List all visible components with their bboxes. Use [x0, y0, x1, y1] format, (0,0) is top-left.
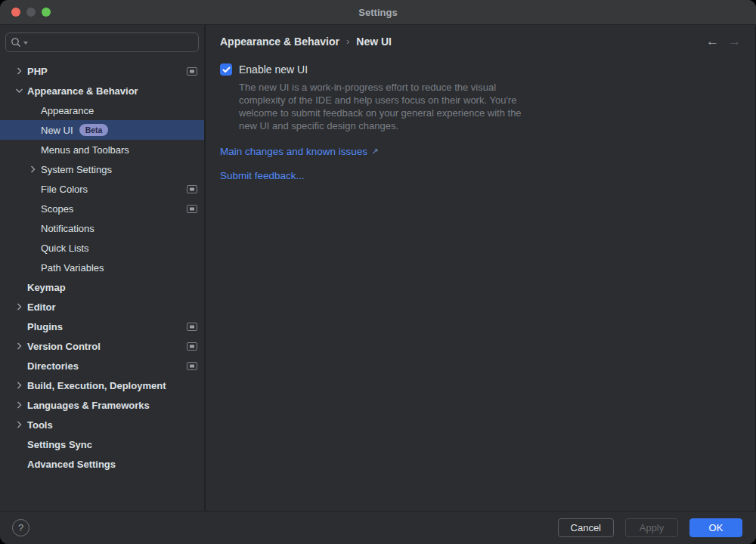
sidebar-item-scopes[interactable]: Scopes [0, 199, 204, 218]
chevron-spacer [24, 120, 41, 140]
sidebar-item-system-settings[interactable]: System Settings [0, 159, 204, 179]
apply-button: Apply [625, 518, 678, 537]
sidebar-item-label: Notifications [41, 223, 94, 234]
search-input[interactable] [5, 32, 199, 52]
breadcrumb: Appearance & Behavior › New UI [220, 36, 392, 48]
help-icon[interactable]: ? [12, 519, 29, 536]
enable-new-ui-label[interactable]: Enable new UI [239, 63, 308, 76]
sidebar-item-menus-and-toolbars[interactable]: Menus and Toolbars [0, 140, 204, 159]
chevron-right-icon[interactable] [11, 61, 27, 81]
per-project-settings-icon [187, 67, 197, 76]
sidebar-item-label: Keymap [27, 282, 66, 293]
breadcrumb-parent[interactable]: Appearance & Behavior [220, 36, 339, 48]
sidebar-item-label: Editor [27, 301, 56, 313]
sidebar-item-notifications[interactable]: Notifications [0, 218, 204, 238]
sidebar-item-label: New UI [41, 125, 73, 136]
sidebar-item-label: Directories [27, 360, 79, 372]
chevron-spacer [24, 179, 41, 199]
sidebar-item-label: Path Variables [41, 262, 104, 274]
back-arrow-icon[interactable]: ← [706, 35, 719, 48]
sidebar-item-label: Tools [27, 419, 53, 431]
submit-feedback-link[interactable]: Submit feedback... [220, 170, 741, 181]
per-project-settings-icon [187, 362, 197, 370]
settings-content: Appearance & Behavior › New UI ← → Enabl… [206, 25, 756, 511]
zoom-window-button[interactable] [42, 8, 51, 17]
sidebar-item-advanced-settings[interactable]: Advanced Settings [0, 454, 204, 474]
new-ui-description: The new UI is a work-in-progress effort … [239, 81, 541, 132]
sidebar-item-quick-lists[interactable]: Quick Lists [0, 238, 204, 258]
sidebar-item-label: File Colors [41, 184, 88, 195]
sidebar-item-appearance-behavior[interactable]: Appearance & Behavior [0, 81, 204, 100]
sidebar-item-label: Advanced Settings [27, 459, 116, 470]
sidebar-item-plugins[interactable]: Plugins [0, 317, 204, 336]
chevron-spacer [24, 218, 41, 238]
chevron-spacer [11, 434, 27, 454]
settings-tree: PHP Appearance & Behavior Appearance New… [0, 57, 204, 511]
sidebar-item-label: Plugins [27, 321, 63, 332]
chevron-spacer [11, 454, 27, 474]
settings-sidebar: PHP Appearance & Behavior Appearance New… [0, 25, 206, 511]
chevron-right-icon[interactable] [24, 159, 41, 179]
sidebar-item-keymap[interactable]: Keymap [0, 277, 204, 297]
chevron-right-icon[interactable] [11, 376, 27, 395]
sidebar-item-appearance[interactable]: Appearance [0, 100, 204, 120]
sidebar-item-label: Settings Sync [27, 439, 92, 450]
sidebar-item-label: Appearance & Behavior [27, 85, 138, 97]
titlebar: Settings [0, 0, 756, 25]
sidebar-item-label: Quick Lists [41, 243, 89, 254]
sidebar-item-label: PHP [27, 66, 48, 77]
window-title: Settings [358, 7, 397, 18]
sidebar-item-label: Version Control [27, 341, 101, 352]
sidebar-item-languages-frameworks[interactable]: Languages & Frameworks [0, 395, 204, 415]
chevron-spacer [11, 317, 27, 336]
chevron-spacer [11, 356, 27, 376]
per-project-settings-icon [187, 323, 197, 331]
chevron-down-icon[interactable] [11, 81, 27, 100]
chevron-spacer [24, 100, 41, 120]
external-link-icon: ↗ [371, 147, 378, 156]
sidebar-item-label: Menus and Toolbars [41, 144, 129, 156]
sidebar-item-new-ui[interactable]: New UI Beta [0, 120, 204, 140]
sidebar-item-label: Scopes [41, 203, 73, 215]
enable-new-ui-row: Enable new UI [220, 63, 741, 76]
traffic-lights [11, 0, 51, 24]
chevron-spacer [24, 238, 41, 258]
search-history-chevron-down-icon[interactable] [23, 42, 28, 45]
submit-feedback-link-label[interactable]: Submit feedback... [220, 170, 305, 181]
ok-button[interactable]: OK [689, 518, 742, 537]
sidebar-item-label: Appearance [41, 105, 94, 116]
forward-arrow-icon: → [728, 35, 741, 48]
per-project-settings-icon [187, 205, 197, 213]
dialog-footer: ? Cancel Apply OK [0, 511, 756, 544]
sidebar-item-file-colors[interactable]: File Colors [0, 179, 204, 199]
sidebar-item-php[interactable]: PHP [0, 61, 204, 81]
sidebar-item-label: System Settings [41, 164, 112, 175]
sidebar-item-editor[interactable]: Editor [0, 297, 204, 317]
per-project-settings-icon [187, 342, 197, 351]
chevron-right-icon[interactable] [11, 415, 27, 434]
help-glyph: ? [18, 522, 23, 533]
sidebar-item-build-execution-deployment[interactable]: Build, Execution, Deployment [0, 376, 204, 395]
chevron-spacer [24, 199, 41, 218]
settings-window: Settings PHP [0, 0, 756, 544]
sidebar-item-settings-sync[interactable]: Settings Sync [0, 434, 204, 454]
chevron-right-icon[interactable] [11, 336, 27, 356]
chevron-right-icon[interactable] [11, 395, 27, 415]
breadcrumb-separator: › [346, 36, 349, 47]
main-changes-link-label[interactable]: Main changes and known issues [220, 146, 367, 157]
sidebar-item-version-control[interactable]: Version Control [0, 336, 204, 356]
close-window-button[interactable] [11, 8, 20, 17]
sidebar-item-path-variables[interactable]: Path Variables [0, 258, 204, 277]
chevron-spacer [24, 258, 41, 277]
per-project-settings-icon [187, 185, 197, 193]
breadcrumb-current: New UI [356, 36, 392, 48]
chevron-right-icon[interactable] [11, 297, 27, 317]
enable-new-ui-checkbox[interactable] [220, 63, 232, 76]
search-icon [11, 37, 21, 48]
sidebar-item-label: Languages & Frameworks [27, 400, 150, 411]
main-changes-link[interactable]: Main changes and known issues ↗ [220, 146, 741, 157]
chevron-spacer [24, 140, 41, 159]
sidebar-item-tools[interactable]: Tools [0, 415, 204, 434]
sidebar-item-directories[interactable]: Directories [0, 356, 204, 376]
cancel-button[interactable]: Cancel [558, 518, 614, 537]
